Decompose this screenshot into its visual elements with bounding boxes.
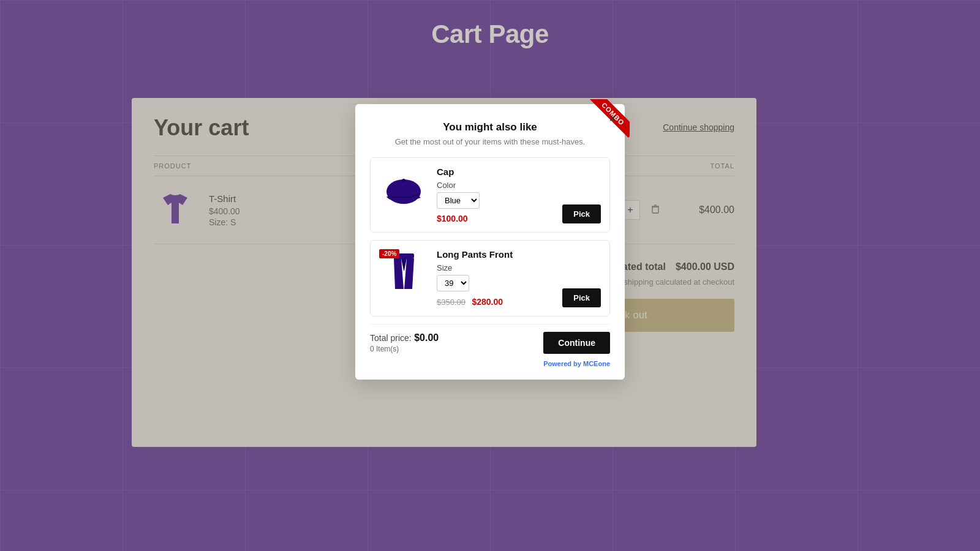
- pants-image-wrap: -20%: [379, 249, 428, 298]
- powered-by-text: Powered by: [543, 360, 583, 367]
- pants-details: Long Pants Front Size 39 40 41 42 $350.0…: [437, 249, 554, 307]
- upsell-modal: COMBO × You might also like Get the most…: [355, 104, 625, 380]
- pants-discount-badge: -20%: [379, 249, 399, 258]
- total-price-value: $0.00: [414, 332, 439, 343]
- modal-title: You might also like: [370, 121, 610, 133]
- modal-total-section: Total price: $0.00 0 Item(s): [370, 332, 439, 353]
- powered-by-brand: MCEone: [583, 360, 610, 367]
- cap-details: Cap Color Blue Red Black $100.00: [437, 167, 554, 223]
- cap-color-label: Color: [437, 181, 554, 190]
- modal-continue-button[interactable]: Continue: [543, 332, 610, 354]
- product-card-cap: Cap Color Blue Red Black $100.00 Pick: [370, 157, 610, 233]
- pants-name: Long Pants Front: [437, 249, 554, 260]
- pants-original-price: $350.00: [437, 298, 466, 307]
- items-count: 0 Item(s): [370, 345, 439, 353]
- pants-pick-button[interactable]: Pick: [562, 288, 601, 307]
- powered-by: Powered by MCEone: [370, 360, 610, 367]
- cap-pick-button[interactable]: Pick: [562, 204, 601, 223]
- cap-image-wrap: [379, 167, 428, 216]
- modal-footer: Total price: $0.00 0 Item(s) Continue: [370, 324, 610, 354]
- pants-discounted-price: $280.00: [472, 297, 503, 307]
- modal-overlay: COMBO × You might also like Get the most…: [0, 0, 980, 551]
- pants-size-select[interactable]: 39 40 41 42: [437, 275, 469, 291]
- modal-subtitle: Get the most out of your items with thes…: [370, 137, 610, 146]
- product-card-pants: -20% Long Pants Front Size 39 40: [370, 240, 610, 317]
- combo-ribbon: COMBO: [581, 99, 630, 148]
- modal-close-button[interactable]: ×: [609, 111, 616, 126]
- cap-name: Cap: [437, 167, 554, 177]
- svg-point-4: [402, 179, 405, 182]
- total-price-label: Total price:: [370, 333, 412, 343]
- cap-color-select[interactable]: Blue Red Black: [437, 192, 480, 209]
- pants-size-label: Size: [437, 263, 554, 272]
- cap-icon: [384, 174, 424, 208]
- modal-total-line: Total price: $0.00: [370, 332, 439, 343]
- pants-icon: [390, 252, 418, 295]
- cap-price: $100.00: [437, 214, 554, 223]
- pants-price-row: $350.00 $280.00: [437, 296, 554, 307]
